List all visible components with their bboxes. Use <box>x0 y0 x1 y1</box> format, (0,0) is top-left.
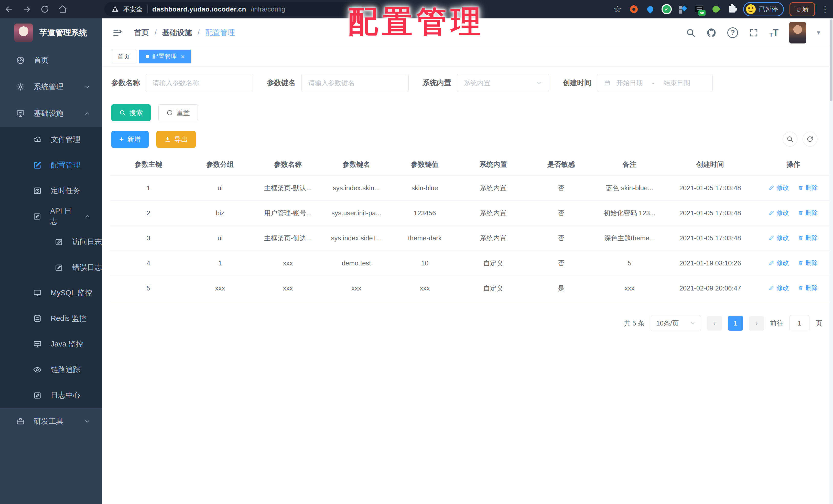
sidebar-item-system[interactable]: 系统管理 <box>0 74 102 100</box>
search-button[interactable]: 搜索 <box>111 104 151 121</box>
extension-onetab-icon[interactable]: on <box>694 4 705 15</box>
extensions-puzzle-icon[interactable] <box>727 4 738 15</box>
filter-actions: 搜索 重置 <box>111 104 198 121</box>
browser-menu-icon[interactable]: ⋮ <box>821 4 829 14</box>
extension-check-icon[interactable]: ✓ <box>661 4 672 15</box>
export-button[interactable]: 导出 <box>157 131 196 148</box>
edit-link[interactable]: 修改 <box>769 209 789 217</box>
cell-name: 主框架页-侧边... <box>253 226 323 251</box>
tab-config-management[interactable]: 配置管理 × <box>139 50 191 64</box>
bookmark-star-icon[interactable]: ☆ <box>612 4 623 15</box>
delete-link[interactable]: 删除 <box>798 234 818 242</box>
sidebar-item-java-monitor[interactable]: Java 监控 <box>0 331 102 357</box>
col-sensitive: 是否敏感 <box>527 153 595 175</box>
browser-reload-button[interactable] <box>36 2 54 17</box>
extension-puzzle-blue-icon[interactable] <box>678 4 688 15</box>
sidebar-item-error-logs[interactable]: 错误日志 <box>0 255 102 280</box>
sidebar-item-scheduled-jobs[interactable]: 定时任务 <box>0 178 102 204</box>
sidebar-item-label: 首页 <box>34 55 49 66</box>
sidebar-item-redis-monitor[interactable]: Redis 监控 <box>0 306 102 331</box>
delete-link[interactable]: 删除 <box>798 184 818 192</box>
sidebar-item-tracing[interactable]: 链路追踪 <box>0 357 102 382</box>
user-avatar[interactable] <box>789 22 806 44</box>
cell-id: 1 <box>110 175 187 200</box>
refresh-table-button[interactable] <box>803 132 817 147</box>
close-icon[interactable]: × <box>181 53 185 60</box>
next-page-button[interactable]: › <box>749 316 764 331</box>
address-bar[interactable]: 不安全 dashboard.yudao.iocoder.cn /infra/co… <box>104 2 382 16</box>
log-icon <box>33 391 42 400</box>
tab-home[interactable]: 首页 <box>111 50 136 64</box>
edit-link[interactable]: 修改 <box>769 234 789 242</box>
cell-name: 用户管理-账号... <box>253 200 323 226</box>
browser-back-button[interactable] <box>0 2 18 17</box>
table-header-row: 参数主键 参数分组 参数名称 参数键名 参数键值 系统内置 是否敏感 备注 创建… <box>110 153 830 175</box>
github-icon[interactable] <box>706 28 717 38</box>
delete-link[interactable]: 删除 <box>798 284 818 292</box>
page-scrollbar[interactable] <box>829 19 833 504</box>
sidebar-logo-row[interactable]: 芋道管理系统 <box>0 19 102 47</box>
download-icon <box>164 136 171 143</box>
table-row[interactable]: 4 1 xxx demo.test 10 自定义 否 5 2021-01-19 … <box>110 251 830 276</box>
scrollbar-thumb[interactable] <box>830 20 832 101</box>
prev-page-button[interactable]: ‹ <box>707 316 722 331</box>
extension-pin-icon[interactable] <box>645 4 656 15</box>
sidebar-item-mysql-monitor[interactable]: MySQL 监控 <box>0 280 102 306</box>
sidebar-item-home[interactable]: 首页 <box>0 47 102 74</box>
fullscreen-icon[interactable] <box>749 28 759 37</box>
extension-leaf-icon[interactable] <box>710 4 721 15</box>
cell-type: 自定义 <box>459 251 527 276</box>
edit-link[interactable]: 修改 <box>769 284 789 292</box>
sidebar-item-api-logs[interactable]: API 日志 <box>0 204 102 229</box>
col-param-name: 参数名称 <box>253 153 323 175</box>
goto-page-input[interactable] <box>789 315 809 331</box>
chevron-down-icon <box>536 80 542 86</box>
sidebar-item-access-logs[interactable]: 访问日志 <box>0 229 102 255</box>
caret-down-icon[interactable]: ▾ <box>817 29 820 36</box>
edit-link[interactable]: 修改 <box>769 184 789 192</box>
toggle-search-button[interactable] <box>783 132 798 147</box>
add-button[interactable]: + 新增 <box>111 131 149 148</box>
table-row[interactable]: 5 xxx xxx xxx xxx 自定义 是 xxx 2021-02-09 2… <box>110 276 830 301</box>
browser-extensions-area: ☆ ✓ on 已暂停 更新 ⋮ <box>612 0 829 19</box>
profile-paused-chip[interactable]: 已暂停 <box>743 2 784 16</box>
table-row[interactable]: 3 ui 主框架页-侧边... sys.index.sideT... theme… <box>110 226 830 251</box>
system-builtin-select[interactable]: 系统内置 <box>457 74 549 92</box>
cell-value: skin-blue <box>390 175 459 200</box>
param-key-input[interactable] <box>308 79 402 87</box>
table-row[interactable]: 2 biz 用户管理-账号... sys.user.init-pa... 123… <box>110 200 830 226</box>
sidebar-item-log-center[interactable]: 日志中心 <box>0 382 102 408</box>
sidebar-item-dev-tools[interactable]: 研发工具 <box>0 408 102 435</box>
font-size-icon[interactable]: TT <box>769 27 778 38</box>
breadcrumb-item-home[interactable]: 首页 <box>134 28 149 38</box>
current-page-button[interactable]: 1 <box>728 316 743 331</box>
cell-type: 系统内置 <box>459 226 527 251</box>
browser-update-button[interactable]: 更新 <box>789 2 815 16</box>
param-name-input[interactable] <box>152 79 246 87</box>
cell-created: 2021-01-05 17:03:48 <box>664 200 756 226</box>
edit-pen-icon <box>769 285 775 291</box>
sidebar-item-label: 链路追踪 <box>51 364 80 375</box>
edit-link[interactable]: 修改 <box>769 259 789 267</box>
cell-name: xxx <box>253 276 323 301</box>
extension-donut-icon[interactable] <box>628 4 639 15</box>
sidebar-toggle-button[interactable] <box>112 28 122 38</box>
cell-sensitive: 是 <box>527 276 595 301</box>
page-size-select[interactable]: 10条/页 <box>651 315 701 331</box>
sidebar-item-infra[interactable]: 基础设施 <box>0 100 102 127</box>
date-range-picker[interactable]: 开始日期 - 结束日期 <box>597 74 713 92</box>
sidebar-submenu-infra: 文件管理 配置管理 定时任务 API 日志 <box>0 127 102 408</box>
reset-button[interactable]: 重置 <box>159 104 198 121</box>
col-actions: 操作 <box>756 153 830 175</box>
help-icon[interactable]: ? <box>727 27 738 38</box>
delete-link[interactable]: 删除 <box>798 209 818 217</box>
table-row[interactable]: 1 ui 主框架页-默认... sys.index.skin... skin-b… <box>110 175 830 200</box>
browser-forward-button[interactable] <box>18 2 36 17</box>
browser-home-button[interactable] <box>54 2 72 17</box>
sidebar-item-file-management[interactable]: 文件管理 <box>0 127 102 152</box>
breadcrumb-item-infra[interactable]: 基础设施 <box>162 28 192 38</box>
sidebar-item-config-management[interactable]: 配置管理 <box>0 152 102 178</box>
delete-link[interactable]: 删除 <box>798 259 818 267</box>
cell-type: 系统内置 <box>459 200 527 226</box>
search-icon[interactable] <box>686 28 695 37</box>
